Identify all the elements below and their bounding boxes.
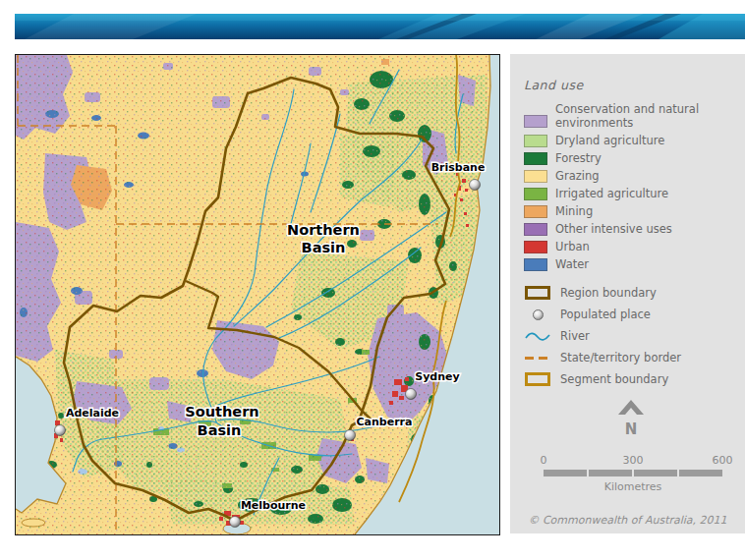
scale-tick-0: 0 <box>541 454 547 467</box>
state-border-icon <box>525 357 550 360</box>
scale-bar-segment <box>589 470 632 476</box>
conservation-swatch <box>524 115 547 128</box>
legend-item-irrigated: Irrigated agriculture <box>524 188 745 200</box>
water-swatch <box>524 258 547 271</box>
legend-item-label: Forestry <box>555 152 602 165</box>
segment-boundary-icon <box>525 372 550 386</box>
region-boundary-icon <box>525 286 550 300</box>
legend-item-label: Mining <box>555 205 593 218</box>
scale-bar <box>544 470 722 476</box>
legend-symbol-region-boundary: Region boundary <box>524 286 745 300</box>
north-arrow: N <box>610 400 652 438</box>
populated-place-icon <box>533 309 544 320</box>
legend-symbol-river: River <box>524 329 745 343</box>
brisbane-label: Brisbane <box>431 161 486 174</box>
legend-symbol-populated-place: Populated place <box>524 308 745 321</box>
header-banner <box>15 14 745 39</box>
scale-bar-segment <box>679 470 722 476</box>
copyright-notice: © Commonwealth of Australia, 2011 <box>510 514 745 527</box>
banner-graphic <box>15 14 745 39</box>
basin-label-northern-line2: Basin <box>302 240 346 255</box>
legend-title: Land use <box>524 78 745 92</box>
page: { "map": { "basins": [ {"line1": "Northe… <box>0 0 745 560</box>
legend-item-dryland: Dryland agriculture <box>524 135 745 147</box>
other-intensive-swatch <box>524 223 547 236</box>
legend-item-label: Irrigated agriculture <box>555 188 668 200</box>
legend-item-urban: Urban <box>524 241 745 253</box>
north-arrow-icon <box>618 400 644 416</box>
basin-label-southern-line2: Basin <box>198 422 242 438</box>
legend-item-label: Conservation and natural environments <box>555 102 713 130</box>
legend-item-forestry: Forestry <box>524 152 745 165</box>
legend-item-label: Dryland agriculture <box>555 135 664 147</box>
adelaide-marker <box>55 425 66 436</box>
north-label: N <box>610 420 652 438</box>
scale-bar-segment <box>634 470 677 476</box>
legend-symbol-label: Populated place <box>560 308 651 321</box>
legend-item-label: Water <box>555 258 589 271</box>
island <box>22 519 45 527</box>
urban-swatch <box>524 241 547 253</box>
scale-bar-segment <box>544 470 587 476</box>
legend-item-mining: Mining <box>524 205 745 218</box>
adelaide-label: Adelaide <box>66 407 119 420</box>
scale-unit-label: Kilometres <box>604 480 662 493</box>
brisbane-marker <box>470 180 481 191</box>
legend-symbol-state-border: State/territory border <box>524 351 745 364</box>
legend-item-conservation: Conservation and natural environments <box>524 102 745 130</box>
forestry-swatch <box>524 152 547 165</box>
basin-label-southern-line1: Southern <box>185 404 258 420</box>
legend-item-grazing: Grazing <box>524 170 745 183</box>
river-icon <box>525 330 550 342</box>
grazing-swatch <box>524 170 547 183</box>
sydney-label: Sydney <box>415 370 459 383</box>
mining-swatch <box>524 205 547 218</box>
scale-tick-600: 600 <box>713 454 733 467</box>
legend-item-label: Grazing <box>555 170 600 183</box>
legend-symbol-label: Region boundary <box>560 286 657 300</box>
scale-tick-300: 300 <box>623 454 644 467</box>
irrigated-swatch <box>524 188 547 200</box>
legend-item-water: Water <box>524 258 745 271</box>
legend-symbol-label: Segment boundary <box>560 372 668 386</box>
legend-item-other-intensive: Other intensive uses <box>524 223 745 236</box>
sydney-marker <box>406 389 417 400</box>
canberra-label: Canberra <box>357 416 413 428</box>
legend-item-label: Other intensive uses <box>555 223 672 236</box>
melbourne-marker <box>230 517 241 528</box>
dryland-swatch <box>524 135 547 147</box>
legend-panel: Land use Conservation and natural enviro… <box>510 54 745 533</box>
basin-label-northern-line1: Northern <box>287 222 360 238</box>
legend-item-label: Urban <box>555 241 590 253</box>
legend-symbol-label: River <box>560 329 590 343</box>
canberra-marker <box>345 430 356 441</box>
legend-symbol-label: State/territory border <box>560 351 681 364</box>
legend-symbol-segment-boundary: Segment boundary <box>524 372 745 386</box>
map-canvas: Northern Basin Southern Basin Brisbane S… <box>16 55 499 534</box>
land-use-map: Northern Basin Southern Basin Brisbane S… <box>15 54 500 535</box>
melbourne-label: Melbourne <box>241 499 306 512</box>
